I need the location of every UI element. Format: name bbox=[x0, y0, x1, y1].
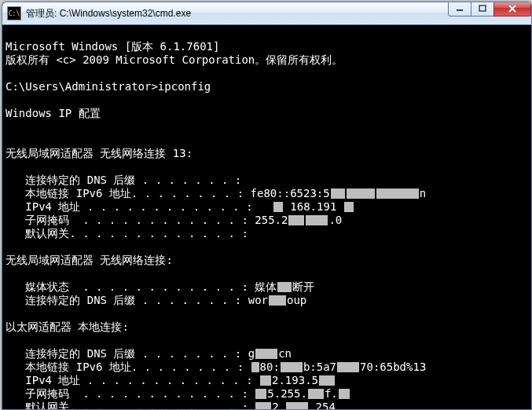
redacted-block bbox=[376, 189, 419, 199]
maximize-button[interactable] bbox=[471, 2, 494, 16]
out-line: 连接特定的 DNS 后缀 . . . . . . . : g bbox=[6, 347, 255, 360]
out-line: 2.193.5 bbox=[272, 374, 318, 386]
out-line: 无线局域网适配器 无线网络连接 13: bbox=[6, 147, 193, 159]
out-line: f. bbox=[325, 387, 338, 400]
out-line: 254 bbox=[309, 401, 336, 409]
redacted-block bbox=[337, 362, 359, 372]
close-icon bbox=[508, 5, 517, 13]
out-line: 本地链接 IPv6 地址. . . . . . . . : bbox=[6, 361, 251, 373]
out-line: 连接特定的 DNS 后缀 . . . . . . . : wor bbox=[6, 294, 268, 306]
out-line: n bbox=[420, 187, 426, 200]
redacted-block bbox=[260, 375, 271, 386]
redacted-block bbox=[339, 389, 350, 399]
out-line: 断开 bbox=[292, 280, 314, 293]
redacted-block bbox=[344, 202, 354, 212]
redacted-block bbox=[306, 215, 328, 225]
svg-rect-0 bbox=[457, 9, 463, 11]
redacted-block bbox=[286, 402, 308, 409]
out-line: 子网掩码 . . . . . . . . . . . . : 255.2 bbox=[6, 214, 288, 226]
redacted-block bbox=[347, 189, 375, 199]
minimize-button[interactable] bbox=[448, 2, 471, 16]
redacted-block bbox=[331, 189, 345, 199]
redacted-block bbox=[251, 362, 259, 372]
terminal-output[interactable]: Microsoft Windows [版本 6.1.7601] 版权所有 <c>… bbox=[2, 25, 531, 409]
out-line: 无线局域网适配器 无线网络连接: bbox=[6, 254, 173, 266]
out-line: 连接特定的 DNS 后缀 . . . . . . . : bbox=[6, 174, 241, 186]
cmd-icon: C:\ bbox=[7, 6, 21, 20]
minimize-icon bbox=[456, 5, 464, 13]
out-line: 媒体状态 . . . . . . . . . . . . : 媒体 bbox=[6, 280, 277, 293]
redacted-block bbox=[308, 389, 324, 399]
out-line: .0 bbox=[328, 214, 342, 226]
out-line: b:5a7 bbox=[303, 361, 336, 373]
redacted-block bbox=[255, 349, 277, 359]
out-line: 子网掩码 . . . . . . . . . . . . : bbox=[6, 387, 255, 400]
out-line: Microsoft Windows [版本 6.1.7601] bbox=[6, 40, 219, 53]
out-line: oup bbox=[287, 294, 306, 306]
svg-rect-1 bbox=[479, 5, 486, 11]
out-line: 5.255. bbox=[267, 387, 307, 400]
out-line: 默认网关. . . . . . . . . . . . . : bbox=[6, 401, 255, 409]
redacted-block bbox=[255, 402, 271, 409]
redacted-block bbox=[273, 202, 283, 212]
out-line: C:\Users\Administrator>ipconfig bbox=[6, 80, 211, 93]
out-line: Windows IP 配置 bbox=[6, 107, 101, 119]
out-line: cn bbox=[278, 347, 292, 360]
out-line: 默认网关. . . . . . . . . . . . . : bbox=[6, 227, 248, 240]
out-line: 本地链接 IPv6 地址. . . . . . . . : fe80::6523… bbox=[6, 187, 330, 200]
redacted-block bbox=[319, 375, 335, 386]
maximize-icon bbox=[479, 5, 486, 13]
redacted-block bbox=[277, 282, 292, 292]
out-line: IPv4 地址 . . . . . . . . . . . . : bbox=[6, 374, 259, 386]
redacted-block bbox=[281, 362, 303, 372]
close-button[interactable] bbox=[493, 2, 531, 16]
window-title: 管理员: C:\Windows\system32\cmd.exe bbox=[26, 7, 449, 20]
out-line: 80: bbox=[260, 361, 280, 373]
redacted-block bbox=[255, 389, 266, 399]
redacted-block bbox=[288, 215, 304, 225]
window-controls bbox=[449, 2, 531, 24]
out-line: 70:65bd%13 bbox=[360, 361, 426, 373]
out-line: 2. bbox=[272, 401, 285, 409]
titlebar[interactable]: C:\ 管理员: C:\Windows\system32\cmd.exe bbox=[2, 2, 531, 25]
redacted-block bbox=[269, 295, 286, 306]
cmd-window: C:\ 管理员: C:\Windows\system32\cmd.exe Mic… bbox=[2, 2, 532, 410]
out-line: IPv4 地址 . . . . . . . . . . . . : bbox=[6, 200, 273, 213]
out-line: 版权所有 <c> 2009 Microsoft Corporation。保留所有… bbox=[6, 53, 343, 66]
out-line: 168.191 bbox=[284, 200, 343, 213]
out-line: 以太网适配器 本地连接: bbox=[6, 320, 129, 333]
